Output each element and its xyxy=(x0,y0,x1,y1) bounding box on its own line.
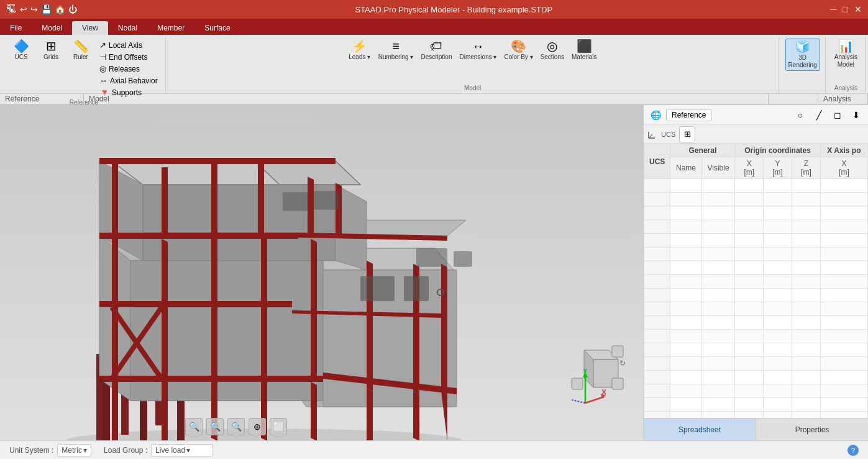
analysis-label: Analysis xyxy=(834,85,857,93)
svg-marker-34 xyxy=(258,161,264,236)
grids-button[interactable]: ⊞ Grids xyxy=(37,39,65,62)
zoom-in-button[interactable]: 🔍 xyxy=(227,418,245,435)
undo-icon[interactable]: ↩ xyxy=(20,4,27,14)
close-button[interactable]: ✕ xyxy=(854,4,862,14)
globe-button[interactable]: 🌐 xyxy=(647,107,664,123)
download-button[interactable]: ⬇ xyxy=(848,107,864,123)
description-button[interactable]: 🏷 Description xyxy=(418,39,454,62)
svg-text:X: X xyxy=(601,388,606,397)
th-visible: Visible xyxy=(701,157,735,179)
ruler-icon: 📏 xyxy=(73,40,89,52)
svg-rect-67 xyxy=(612,346,623,357)
ruler-button[interactable]: 📏 Ruler xyxy=(67,39,94,62)
3d-viewport[interactable]: ↻ Y X xyxy=(0,105,643,440)
circle-tool-button[interactable]: ○ xyxy=(792,107,808,123)
spreadsheet-button[interactable]: Spreadsheet xyxy=(644,419,756,440)
table-row xyxy=(644,412,868,419)
ucs-table[interactable]: UCS General Origin coordinates X Axis po… xyxy=(644,144,868,418)
axial-behavior-button[interactable]: ↔ Axial Behavior xyxy=(97,75,160,86)
sections-icon: ◎ xyxy=(547,40,557,52)
save-icon[interactable]: 💾 xyxy=(41,4,52,14)
reference-small-group: ↗ Local Axis ⊣ End Offsets ◎ Releases ↔ … xyxy=(97,39,160,99)
3d-rendering-icon: 🧊 xyxy=(795,40,810,53)
load-group-dropdown[interactable]: Live load ▾ xyxy=(151,444,213,457)
unit-system-value: Metric xyxy=(62,446,82,455)
svg-line-72 xyxy=(585,397,604,403)
tab-view[interactable]: View xyxy=(72,21,108,35)
materials-button[interactable]: ⬛ Materials xyxy=(569,39,600,62)
tab-nodal[interactable]: Nodal xyxy=(108,21,147,35)
th-xaxis: X Axis po xyxy=(820,144,867,157)
reference-button[interactable]: Reference xyxy=(666,109,711,121)
table-header-bottom: Name Visible X[m] Y[m] Z[m] X[m] xyxy=(644,157,868,179)
sections-button[interactable]: ◎ Sections xyxy=(538,39,567,62)
svg-rect-55 xyxy=(360,276,395,301)
redo-icon[interactable]: ↪ xyxy=(30,4,38,14)
svg-rect-68 xyxy=(612,378,623,389)
table-row xyxy=(644,357,868,371)
ribbon-group-reference: 🔷 UCS ⊞ Grids 📏 Ruler ↗ Local Axis xyxy=(2,37,166,93)
tab-file[interactable]: File xyxy=(0,21,32,35)
grid-view-button[interactable]: ⊞ xyxy=(679,126,695,142)
zoom-extent-button[interactable]: ⬜ xyxy=(270,418,287,435)
table-row xyxy=(644,261,868,275)
tab-model[interactable]: Model xyxy=(32,21,72,35)
axis-indicator: Y X xyxy=(565,369,603,406)
svg-marker-45 xyxy=(112,379,118,440)
viewport[interactable]: ↻ Y X xyxy=(0,105,643,440)
table-row xyxy=(644,248,868,261)
power-icon[interactable]: ⏻ xyxy=(68,4,77,14)
footer-reference: Reference xyxy=(0,94,84,104)
svg-line-74 xyxy=(572,400,585,403)
footer-model: Model xyxy=(84,94,769,104)
analysis-model-button[interactable]: 📊 AnalysisModel xyxy=(832,39,860,70)
zoom-out-button[interactable]: 🔍 xyxy=(206,418,224,435)
svg-marker-32 xyxy=(162,167,168,239)
line-tool-button[interactable]: ╱ xyxy=(811,107,827,123)
maximize-button[interactable]: □ xyxy=(843,4,848,14)
local-axis-button[interactable]: ↗ Local Axis xyxy=(97,40,160,50)
rendering-items: 🧊 3DRendering xyxy=(785,39,820,91)
square-tool-button[interactable]: ◻ xyxy=(829,107,846,123)
releases-button[interactable]: ◎ Releases xyxy=(97,63,160,74)
ribbon-group-rendering: 🧊 3DRendering xyxy=(780,37,826,93)
color-by-button[interactable]: 🎨 Color By ▾ xyxy=(502,39,536,62)
table-row xyxy=(644,316,868,330)
help-button[interactable]: ? xyxy=(847,445,859,456)
svg-rect-59 xyxy=(283,192,308,211)
status-bar: Unit System : Metric ▾ Load Group : Live… xyxy=(0,440,868,459)
table-row xyxy=(644,343,868,357)
svg-rect-4 xyxy=(103,379,110,440)
ribbon-tabs: File Model View Nodal Member Surface xyxy=(0,19,868,35)
end-offsets-button[interactable]: ⊣ End Offsets xyxy=(97,52,160,62)
home-icon[interactable]: 🏠 xyxy=(55,4,65,14)
table-row xyxy=(644,275,868,289)
th-general: General xyxy=(670,144,735,157)
ucs-button[interactable]: 🔷 UCS xyxy=(7,39,35,62)
zoom-window-button[interactable]: ⊕ xyxy=(249,418,266,435)
svg-rect-58 xyxy=(454,251,472,267)
zoom-controls: 🔍 🔍 🔍 ⊕ ⬜ xyxy=(185,418,287,435)
unit-system-dropdown[interactable]: Metric ▾ xyxy=(57,444,91,457)
loads-button[interactable]: ⚡ Loads ▾ xyxy=(346,39,373,62)
materials-icon: ⬛ xyxy=(577,40,592,52)
dimensions-button[interactable]: ↔ Dimensions ▾ xyxy=(457,39,499,62)
quick-access: ↩ ↪ 💾 🏠 ⏻ xyxy=(20,4,77,14)
numbering-button[interactable]: ≡ Numbering ▾ xyxy=(376,39,416,62)
svg-marker-33 xyxy=(211,162,217,236)
table-row xyxy=(644,371,868,384)
ucs-data-table: UCS General Origin coordinates X Axis po… xyxy=(644,144,868,418)
svg-rect-56 xyxy=(404,276,429,301)
ucs-icon xyxy=(647,129,657,139)
zoom-fit-button[interactable]: 🔍 xyxy=(185,418,203,435)
tab-member[interactable]: Member xyxy=(147,21,194,35)
loads-icon: ⚡ xyxy=(352,40,367,52)
ucs-label: UCS xyxy=(661,131,675,138)
reference-main-items: 🔷 UCS ⊞ Grids 📏 Ruler ↗ Local Axis xyxy=(7,39,160,99)
properties-button[interactable]: Properties xyxy=(756,419,868,440)
model-group-label: Model xyxy=(464,85,481,93)
3d-rendering-button[interactable]: 🧊 3DRendering xyxy=(785,39,820,71)
color-by-icon: 🎨 xyxy=(511,40,526,52)
minimize-button[interactable]: ─ xyxy=(831,4,837,14)
tab-surface[interactable]: Surface xyxy=(194,21,240,35)
